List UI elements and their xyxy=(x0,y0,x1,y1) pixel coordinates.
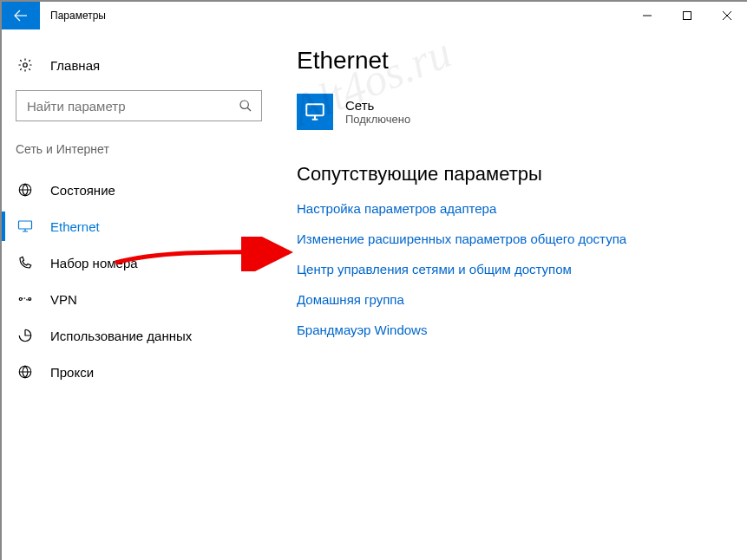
link-windows-firewall[interactable]: Брандмауэр Windows xyxy=(297,322,747,337)
data-usage-icon xyxy=(17,328,33,343)
main-content: Ethernet Сеть Подключено Сопутствующие п… xyxy=(276,29,747,560)
sidebar-item-status[interactable]: Состояние xyxy=(2,172,276,208)
sidebar-item-ethernet[interactable]: Ethernet xyxy=(2,208,276,244)
close-button[interactable] xyxy=(707,2,747,29)
svg-point-2 xyxy=(240,101,248,108)
search-box[interactable] xyxy=(16,90,262,121)
sidebar-item-vpn[interactable]: VPN xyxy=(2,281,276,317)
related-settings-heading: Сопутствующие параметры xyxy=(297,163,747,186)
svg-rect-0 xyxy=(684,12,691,20)
svg-rect-4 xyxy=(19,221,32,229)
ethernet-icon xyxy=(17,218,33,234)
gear-icon xyxy=(17,57,33,73)
related-links: Настройка параметров адаптера Изменение … xyxy=(297,201,747,337)
sidebar-item-label: Состояние xyxy=(50,183,115,198)
sidebar-item-label: Прокси xyxy=(50,365,94,380)
sidebar-item-dialup[interactable]: Набор номера xyxy=(2,244,276,281)
phone-icon xyxy=(17,255,33,270)
sidebar-item-label: Набор номера xyxy=(50,256,138,270)
page-title: Ethernet xyxy=(297,47,747,75)
link-advanced-sharing[interactable]: Изменение расширенных параметров общего … xyxy=(297,231,747,246)
title-bar: Параметры xyxy=(2,2,747,29)
sidebar-item-datausage[interactable]: Использование данных xyxy=(2,317,276,354)
window-title: Параметры xyxy=(40,2,106,29)
link-adapter-options[interactable]: Настройка параметров адаптера xyxy=(297,201,747,216)
svg-point-1 xyxy=(23,63,28,68)
link-homegroup[interactable]: Домашняя группа xyxy=(297,292,747,307)
minimize-button[interactable] xyxy=(627,2,667,29)
search-input[interactable] xyxy=(25,98,233,114)
network-status: Подключено xyxy=(345,113,410,126)
network-monitor-icon xyxy=(297,94,333,130)
link-network-center[interactable]: Центр управления сетями и общим доступом xyxy=(297,262,747,277)
sidebar-item-label: VPN xyxy=(50,292,77,307)
sidebar-item-label: Ethernet xyxy=(50,219,100,234)
network-name: Сеть xyxy=(345,98,410,113)
maximize-icon xyxy=(683,11,691,20)
sidebar-item-proxy[interactable]: Прокси xyxy=(2,354,276,390)
sidebar: Главная Сеть и Интернет Состояние xyxy=(2,29,276,560)
vpn-icon xyxy=(17,291,33,307)
minimize-icon xyxy=(643,11,652,20)
home-label: Главная xyxy=(50,58,100,73)
home-button[interactable]: Главная xyxy=(2,47,276,83)
search-icon xyxy=(239,99,252,113)
network-tile[interactable]: Сеть Подключено xyxy=(297,94,747,130)
svg-point-5 xyxy=(19,298,22,301)
svg-rect-8 xyxy=(306,104,324,115)
sidebar-item-label: Использование данных xyxy=(50,329,192,343)
arrow-left-icon xyxy=(14,9,28,23)
close-icon xyxy=(723,11,731,20)
globe-icon xyxy=(17,182,33,198)
maximize-button[interactable] xyxy=(667,2,707,29)
back-button[interactable] xyxy=(2,2,40,29)
category-label: Сеть и Интернет xyxy=(2,135,276,163)
globe-icon xyxy=(17,364,33,380)
